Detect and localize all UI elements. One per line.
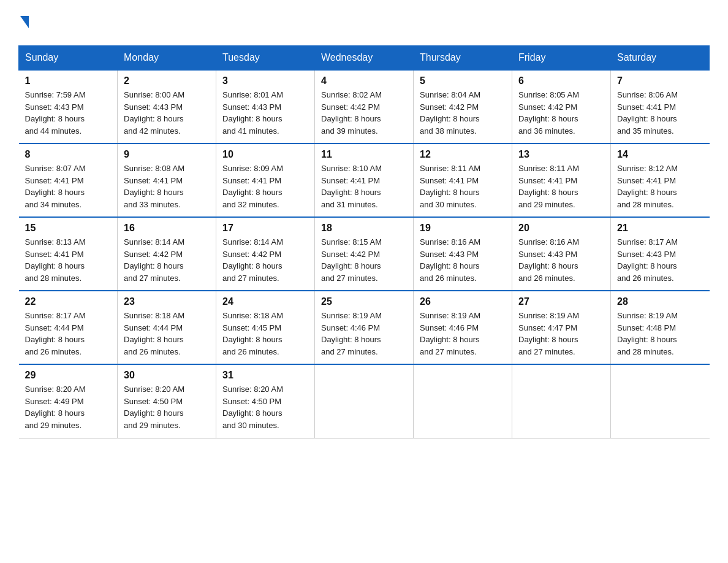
calendar-cell: 7 Sunrise: 8:06 AMSunset: 4:41 PMDayligh…: [611, 70, 710, 144]
day-number: 30: [124, 370, 210, 381]
day-number: 20: [518, 223, 604, 234]
calendar-cell: 2 Sunrise: 8:00 AMSunset: 4:43 PMDayligh…: [118, 70, 216, 144]
day-info: Sunrise: 8:20 AMSunset: 4:50 PMDaylight:…: [222, 385, 283, 430]
day-number: 8: [25, 149, 112, 160]
day-number: 28: [617, 296, 703, 307]
week-row-4: 22 Sunrise: 8:17 AMSunset: 4:44 PMDaylig…: [19, 291, 710, 364]
header-day-sunday: Sunday: [19, 46, 118, 71]
day-info: Sunrise: 8:08 AMSunset: 4:41 PMDaylight:…: [124, 164, 184, 209]
calendar-cell: 6 Sunrise: 8:05 AMSunset: 4:42 PMDayligh…: [512, 70, 611, 144]
calendar-cell: 12 Sunrise: 8:11 AMSunset: 4:41 PMDaylig…: [414, 144, 512, 217]
day-number: 13: [518, 149, 604, 160]
day-number: 26: [420, 296, 506, 307]
day-info: Sunrise: 8:12 AMSunset: 4:41 PMDaylight:…: [617, 164, 678, 209]
header-day-tuesday: Tuesday: [216, 46, 315, 71]
day-info: Sunrise: 8:09 AMSunset: 4:41 PMDaylight:…: [222, 164, 283, 209]
day-info: Sunrise: 8:02 AMSunset: 4:42 PMDaylight:…: [321, 90, 382, 136]
calendar-cell: 20 Sunrise: 8:16 AMSunset: 4:43 PMDaylig…: [512, 217, 611, 291]
day-info: Sunrise: 8:11 AMSunset: 4:41 PMDaylight:…: [518, 164, 579, 209]
day-info: Sunrise: 8:18 AMSunset: 4:45 PMDaylight:…: [222, 311, 283, 356]
header-day-saturday: Saturday: [611, 46, 710, 71]
day-number: 15: [25, 223, 112, 234]
day-number: 27: [518, 296, 604, 307]
logo-triangle-icon: [20, 16, 29, 28]
day-info: Sunrise: 8:20 AMSunset: 4:50 PMDaylight:…: [124, 385, 184, 430]
week-row-5: 29 Sunrise: 8:20 AMSunset: 4:49 PMDaylig…: [19, 364, 710, 438]
day-number: 18: [321, 223, 407, 234]
calendar-cell: 9 Sunrise: 8:08 AMSunset: 4:41 PMDayligh…: [118, 144, 216, 217]
day-info: Sunrise: 8:19 AMSunset: 4:47 PMDaylight:…: [518, 311, 579, 356]
day-info: Sunrise: 8:11 AMSunset: 4:41 PMDaylight:…: [420, 164, 480, 209]
calendar-cell: 10 Sunrise: 8:09 AMSunset: 4:41 PMDaylig…: [216, 144, 315, 217]
calendar-cell: 4 Sunrise: 8:02 AMSunset: 4:42 PMDayligh…: [315, 70, 414, 144]
day-number: 31: [222, 370, 308, 381]
day-info: Sunrise: 8:05 AMSunset: 4:42 PMDaylight:…: [518, 90, 579, 136]
calendar-cell: [512, 364, 611, 438]
day-number: 11: [321, 149, 407, 160]
day-info: Sunrise: 8:14 AMSunset: 4:42 PMDaylight:…: [222, 237, 283, 283]
day-number: 12: [420, 149, 506, 160]
day-number: 5: [420, 75, 506, 86]
week-row-2: 8 Sunrise: 8:07 AMSunset: 4:41 PMDayligh…: [19, 144, 710, 217]
calendar-cell: 14 Sunrise: 8:12 AMSunset: 4:41 PMDaylig…: [611, 144, 710, 217]
day-info: Sunrise: 8:14 AMSunset: 4:42 PMDaylight:…: [124, 237, 184, 283]
calendar-header-row: SundayMondayTuesdayWednesdayThursdayFrid…: [19, 46, 710, 71]
calendar-cell: 11 Sunrise: 8:10 AMSunset: 4:41 PMDaylig…: [315, 144, 414, 217]
calendar-cell: 23 Sunrise: 8:18 AMSunset: 4:44 PMDaylig…: [118, 291, 216, 364]
calendar-cell: 1 Sunrise: 7:59 AMSunset: 4:43 PMDayligh…: [19, 70, 118, 144]
day-number: 24: [222, 296, 308, 307]
header-day-friday: Friday: [512, 46, 611, 71]
day-number: 16: [124, 223, 210, 234]
calendar-cell: 19 Sunrise: 8:16 AMSunset: 4:43 PMDaylig…: [414, 217, 512, 291]
day-number: 3: [222, 75, 308, 86]
day-info: Sunrise: 8:13 AMSunset: 4:41 PMDaylight:…: [25, 237, 86, 283]
day-info: Sunrise: 8:01 AMSunset: 4:43 PMDaylight:…: [222, 90, 283, 136]
week-row-1: 1 Sunrise: 7:59 AMSunset: 4:43 PMDayligh…: [19, 70, 710, 144]
calendar-cell: 30 Sunrise: 8:20 AMSunset: 4:50 PMDaylig…: [118, 364, 216, 438]
day-info: Sunrise: 7:59 AMSunset: 4:43 PMDaylight:…: [25, 90, 86, 136]
calendar-cell: 25 Sunrise: 8:19 AMSunset: 4:46 PMDaylig…: [315, 291, 414, 364]
calendar-cell: 13 Sunrise: 8:11 AMSunset: 4:41 PMDaylig…: [512, 144, 611, 217]
calendar-cell: 18 Sunrise: 8:15 AMSunset: 4:42 PMDaylig…: [315, 217, 414, 291]
day-info: Sunrise: 8:17 AMSunset: 4:44 PMDaylight:…: [25, 311, 86, 356]
day-number: 25: [321, 296, 407, 307]
calendar-cell: 22 Sunrise: 8:17 AMSunset: 4:44 PMDaylig…: [19, 291, 118, 364]
day-info: Sunrise: 8:10 AMSunset: 4:41 PMDaylight:…: [321, 164, 382, 209]
page-header: [18, 12, 710, 33]
day-number: 6: [518, 75, 604, 86]
calendar-cell: 5 Sunrise: 8:04 AMSunset: 4:42 PMDayligh…: [414, 70, 512, 144]
day-info: Sunrise: 8:20 AMSunset: 4:49 PMDaylight:…: [25, 385, 86, 430]
logo: [18, 12, 29, 33]
day-info: Sunrise: 8:07 AMSunset: 4:41 PMDaylight:…: [25, 164, 86, 209]
week-row-3: 15 Sunrise: 8:13 AMSunset: 4:41 PMDaylig…: [19, 217, 710, 291]
day-number: 23: [124, 296, 210, 307]
day-info: Sunrise: 8:15 AMSunset: 4:42 PMDaylight:…: [321, 237, 382, 283]
header-day-wednesday: Wednesday: [315, 46, 414, 71]
day-number: 19: [420, 223, 506, 234]
calendar-cell: 15 Sunrise: 8:13 AMSunset: 4:41 PMDaylig…: [19, 217, 118, 291]
day-info: Sunrise: 8:00 AMSunset: 4:43 PMDaylight:…: [124, 90, 184, 136]
day-info: Sunrise: 8:18 AMSunset: 4:44 PMDaylight:…: [124, 311, 184, 356]
calendar-cell: 24 Sunrise: 8:18 AMSunset: 4:45 PMDaylig…: [216, 291, 315, 364]
day-number: 10: [222, 149, 308, 160]
header-day-monday: Monday: [118, 46, 216, 71]
day-number: 14: [617, 149, 703, 160]
calendar-cell: 16 Sunrise: 8:14 AMSunset: 4:42 PMDaylig…: [118, 217, 216, 291]
day-info: Sunrise: 8:17 AMSunset: 4:43 PMDaylight:…: [617, 237, 678, 283]
calendar-cell: [611, 364, 710, 438]
calendar-cell: 21 Sunrise: 8:17 AMSunset: 4:43 PMDaylig…: [611, 217, 710, 291]
day-number: 22: [25, 296, 112, 307]
calendar-cell: 26 Sunrise: 8:19 AMSunset: 4:46 PMDaylig…: [414, 291, 512, 364]
calendar-cell: 31 Sunrise: 8:20 AMSunset: 4:50 PMDaylig…: [216, 364, 315, 438]
calendar-cell: 17 Sunrise: 8:14 AMSunset: 4:42 PMDaylig…: [216, 217, 315, 291]
calendar-cell: [414, 364, 512, 438]
day-number: 9: [124, 149, 210, 160]
calendar-cell: 28 Sunrise: 8:19 AMSunset: 4:48 PMDaylig…: [611, 291, 710, 364]
calendar-cell: 3 Sunrise: 8:01 AMSunset: 4:43 PMDayligh…: [216, 70, 315, 144]
calendar-table: SundayMondayTuesdayWednesdayThursdayFrid…: [18, 45, 710, 439]
day-info: Sunrise: 8:16 AMSunset: 4:43 PMDaylight:…: [518, 237, 579, 283]
day-number: 17: [222, 223, 308, 234]
day-number: 7: [617, 75, 703, 86]
day-number: 4: [321, 75, 407, 86]
calendar-cell: 29 Sunrise: 8:20 AMSunset: 4:49 PMDaylig…: [19, 364, 118, 438]
